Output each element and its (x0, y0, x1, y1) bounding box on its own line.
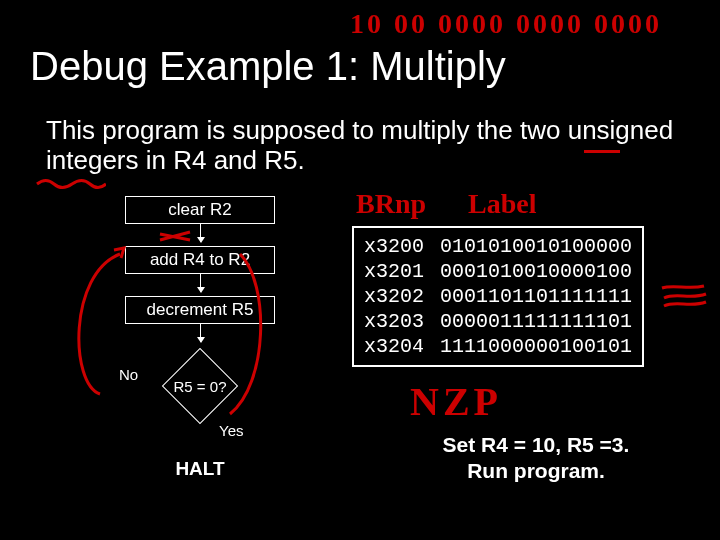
handwritten-label: Label (468, 188, 536, 220)
code-bits: 0001101101111111 (440, 284, 632, 309)
arrow-icon (200, 274, 201, 292)
handwritten-nzp: NZP (410, 378, 502, 425)
arrow-icon (200, 324, 201, 342)
code-bits: 0000011111111101 (440, 309, 632, 334)
handwritten-top-binary: 10 00 0000 0000 0000 (350, 8, 662, 40)
code-addr: x3203 (364, 309, 428, 334)
flow-decision: R5 = 0? No Yes (125, 356, 275, 416)
scribble-annotation (660, 284, 708, 310)
code-bits: 1111000000100101 (440, 334, 632, 359)
flow-box-label: clear R2 (168, 200, 231, 219)
footer-instructions: Set R4 = 10, R5 =3. Run program. (396, 432, 676, 485)
flowchart: clear R2 add R4 to R2 decrement R5 R5 = … (90, 196, 310, 480)
flow-box-decrement: decrement R5 (125, 296, 275, 324)
squiggle-annotation (36, 176, 106, 190)
flow-box-clear: clear R2 (125, 196, 275, 224)
code-addr: x3204 (364, 334, 428, 359)
flow-halt: HALT (125, 458, 275, 480)
decision-label: R5 = 0? (125, 378, 275, 395)
page-title: Debug Example 1: Multiply (30, 44, 506, 89)
code-addr: x3201 (364, 259, 428, 284)
flow-box-add: add R4 to R2 (125, 246, 275, 274)
flow-box-label: decrement R5 (147, 300, 254, 319)
description-text: This program is supposed to multiply the… (46, 116, 676, 176)
arrow-icon (200, 224, 201, 242)
underline-annotation (584, 150, 620, 153)
code-row: x32000101010010100000 (364, 234, 632, 259)
branch-no-label: No (119, 366, 138, 383)
footer-line: Run program. (396, 458, 676, 484)
branch-yes-label: Yes (219, 422, 243, 439)
code-row: x32030000011111111101 (364, 309, 632, 334)
code-table: x32000101010010100000 x32010001010010000… (352, 226, 644, 367)
code-row: x32010001010010000100 (364, 259, 632, 284)
handwritten-brnp: BRnp (356, 188, 426, 220)
code-addr: x3202 (364, 284, 428, 309)
code-addr: x3200 (364, 234, 428, 259)
code-bits: 0101010010100000 (440, 234, 632, 259)
code-row: x32020001101101111111 (364, 284, 632, 309)
footer-line: Set R4 = 10, R5 =3. (396, 432, 676, 458)
code-row: x32041111000000100101 (364, 334, 632, 359)
flow-box-label: add R4 to R2 (150, 250, 250, 269)
code-bits: 0001010010000100 (440, 259, 632, 284)
